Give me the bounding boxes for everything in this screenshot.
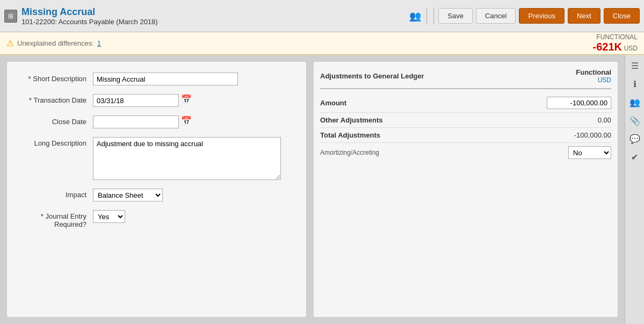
journal-entry-select[interactable]: Yes No xyxy=(93,210,125,223)
users-icon[interactable]: 👥 xyxy=(626,93,643,111)
page-title: Missing Accrual xyxy=(21,6,158,18)
warning-bar: ⚠ Unexplained differences: 1 FUNCTIONAL … xyxy=(0,32,644,55)
adj-currency-label: USD xyxy=(576,76,611,84)
total-adj-value: -100,000.00 xyxy=(574,131,611,139)
functional-currency: USD xyxy=(624,45,638,52)
amount-input[interactable] xyxy=(547,97,611,109)
transaction-date-row: * Transaction Date 📅 xyxy=(18,94,295,107)
journal-entry-row: * Journal Entry Required? Yes No xyxy=(18,210,295,228)
warning-count[interactable]: 1 xyxy=(97,39,101,47)
functional-label: FUNCTIONAL xyxy=(593,33,638,41)
check-list-icon[interactable]: ✔ xyxy=(626,148,643,165)
header-left: ⊞ Missing Accrual 101-22200: Accounts Pa… xyxy=(4,6,409,26)
header-titles: Missing Accrual 101-22200: Accounts Paya… xyxy=(21,6,158,26)
list-icon[interactable]: ☰ xyxy=(626,57,643,74)
page-subtitle: 101-22200: Accounts Payable (March 2018) xyxy=(21,18,158,26)
impact-select[interactable]: Balance Sheet Income Statement Both xyxy=(93,189,163,201)
adj-header: Adjustments to General Ledger Functional… xyxy=(320,68,611,89)
right-panel: Adjustments to General Ledger Functional… xyxy=(313,55,625,324)
close-date-row: Close Date 📅 xyxy=(18,116,295,128)
short-description-label: * Short Description xyxy=(18,73,93,83)
impact-row: Impact Balance Sheet Income Statement Bo… xyxy=(18,189,295,201)
info-icon[interactable]: ℹ xyxy=(626,75,643,92)
main-content: * Short Description * Transaction Date 📅… xyxy=(0,55,644,324)
save-button[interactable]: Save xyxy=(438,8,473,24)
other-adj-label: Other Adjustments xyxy=(320,116,383,124)
functional-value: -621K xyxy=(593,41,622,53)
close-date-label: Close Date xyxy=(18,116,93,126)
next-button[interactable]: Next xyxy=(568,8,600,24)
warning-text: Unexplained differences: xyxy=(17,39,94,47)
adj-header-right: Functional USD xyxy=(576,68,611,84)
expand-icon[interactable]: ⊞ xyxy=(4,10,17,23)
amort-row: Amortizing/Accreting No Yes xyxy=(320,143,611,162)
amount-row: Amount xyxy=(320,93,611,113)
short-description-row: * Short Description xyxy=(18,73,295,85)
sidebar: ☰ ℹ 👥 📎 💬 ✔ xyxy=(625,55,644,324)
people-icon: 👥 xyxy=(409,10,421,22)
paperclip-icon[interactable]: 📎 xyxy=(626,112,643,129)
long-description-label: Long Description xyxy=(18,137,93,147)
divider xyxy=(426,8,427,24)
journal-entry-label: * Journal Entry Required? xyxy=(18,210,93,228)
previous-button[interactable]: Previous xyxy=(519,8,565,24)
long-description-textarea[interactable]: Adjustment due to missing accrual xyxy=(93,137,281,180)
adjustments-card: Adjustments to General Ledger Functional… xyxy=(313,61,618,318)
close-date-calendar-icon[interactable]: 📅 xyxy=(181,116,192,126)
total-adj-row: Total Adjustments -100,000.00 xyxy=(320,128,611,143)
short-description-input[interactable] xyxy=(93,73,238,85)
other-adj-value: 0.00 xyxy=(598,116,611,124)
warning-icon: ⚠ xyxy=(6,38,14,48)
other-adj-row: Other Adjustments 0.00 xyxy=(320,113,611,128)
amount-label: Amount xyxy=(320,99,346,107)
long-description-row: Long Description Adjustment due to missi… xyxy=(18,137,295,180)
header: ⊞ Missing Accrual 101-22200: Accounts Pa… xyxy=(0,0,644,32)
transaction-date-calendar-icon[interactable]: 📅 xyxy=(181,94,192,104)
close-date-input[interactable] xyxy=(93,116,179,128)
left-panel: * Short Description * Transaction Date 📅… xyxy=(0,55,313,324)
total-adj-label: Total Adjustments xyxy=(320,131,380,139)
transaction-date-input[interactable] xyxy=(93,94,179,107)
warning-left: ⚠ Unexplained differences: 1 xyxy=(6,38,101,48)
form-card: * Short Description * Transaction Date 📅… xyxy=(6,61,307,318)
impact-label: Impact xyxy=(18,189,93,199)
adj-title: Adjustments to General Ledger xyxy=(320,72,424,80)
adj-functional-label: Functional xyxy=(576,68,611,76)
header-right: 👥 Save Cancel Previous Next Close xyxy=(409,8,640,24)
close-button[interactable]: Close xyxy=(604,8,640,24)
comment-icon[interactable]: 💬 xyxy=(626,130,643,147)
warning-right: FUNCTIONAL -621K USD xyxy=(593,33,638,53)
amort-label: Amortizing/Accreting xyxy=(320,149,379,156)
transaction-date-label: * Transaction Date xyxy=(18,94,93,104)
divider2 xyxy=(433,8,434,24)
amort-select[interactable]: No Yes xyxy=(568,146,611,159)
cancel-button[interactable]: Cancel xyxy=(476,8,516,24)
